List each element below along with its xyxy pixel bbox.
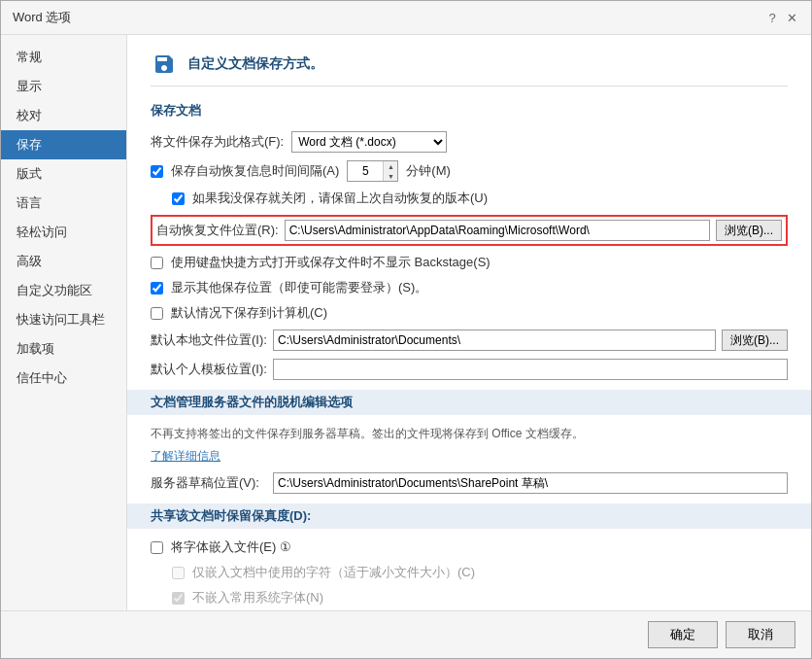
show-other-locations-label: 显示其他保存位置（即使可能需要登录）(S)。 [171,279,427,296]
default-local-label: 默认本地文件位置(I): [151,331,267,349]
title-bar: Word 选项 ? ✕ [1,1,811,35]
share-section-title: 共享该文档时保留保真度(D): [151,508,311,523]
sidebar-item-language[interactable]: 语言 [1,189,126,218]
embed-chars-checkbox[interactable] [172,567,185,579]
keep-version-label: 如果我没保存就关闭，请保留上次自动恢复的版本(U) [192,190,488,207]
title-bar-controls: ? ✕ [764,10,799,25]
server-section-title: 文档管理服务器文件的脱机编辑选项 [151,395,353,409]
keyboard-shortcut-label: 使用键盘快捷方式打开或保存文件时不显示 Backstage(S) [171,254,491,271]
default-template-label: 默认个人模板位置(I): [151,361,267,378]
sidebar-item-save[interactable]: 保存 [1,130,126,159]
sidebar: 常规 显示 校对 保存 版式 语言 轻松访问 高级 自定义功能区 快速访问工具栏… [1,35,127,610]
save-icon [151,51,178,78]
keep-version-row: 如果我没保存就关闭，请保留上次自动恢复的版本(U) [151,190,788,207]
autorecover-spinner: ▲ ▼ [347,160,398,182]
autorecover-location-label: 自动恢复文件位置(R): [156,222,279,239]
keep-version-checkbox[interactable] [172,192,185,205]
show-other-locations-row: 显示其他保存位置（即使可能需要登录）(S)。 [151,279,788,296]
sidebar-item-ribbon[interactable]: 自定义功能区 [1,276,126,305]
autorecover-unit: 分钟(M) [406,162,451,180]
server-info-area: 不再支持将签出的文件保存到服务器草稿。签出的文件现将保存到 Office 文档缓… [151,425,788,472]
default-local-input[interactable] [273,330,716,351]
default-computer-checkbox[interactable] [151,307,163,320]
server-location-label: 服务器草稿位置(V): [151,474,267,492]
dialog-title: Word 选项 [13,9,71,26]
no-common-fonts-row: 不嵌入常用系统字体(N) [151,589,788,607]
browse-btn-1[interactable]: 浏览(B)... [716,220,782,241]
embed-fonts-label: 将字体嵌入文件(E) ① [171,538,291,556]
ok-button[interactable]: 确定 [648,621,718,648]
sidebar-item-addins[interactable]: 加载项 [1,334,126,364]
section-title: 自定义文档保存方式。 [187,55,323,73]
default-local-row: 默认本地文件位置(I): 浏览(B)... [151,330,788,351]
show-other-locations-checkbox[interactable] [151,282,163,295]
default-template-row: 默认个人模板位置(I): [151,359,788,380]
default-computer-row: 默认情况下保存到计算机(C) [151,304,788,322]
spinner-buttons: ▲ ▼ [383,161,397,181]
sidebar-item-accessibility[interactable]: 轻松访问 [1,218,126,247]
section-header: 自定义文档保存方式。 [151,51,788,87]
sidebar-item-trust-center[interactable]: 信任中心 [1,364,126,393]
cancel-button[interactable]: 取消 [726,621,795,648]
subsection-save: 保存文档 [151,102,788,121]
format-row: 将文件保存为此格式(F): Word 文档 (*.docx) [151,131,788,153]
autorecover-location-row: 自动恢复文件位置(R): 浏览(B)... [151,215,788,246]
server-info-text: 不再支持将签出的文件保存到服务器草稿。签出的文件现将保存到 Office 文档缓… [151,425,788,442]
autorecover-row: 保存自动恢复信息时间间隔(A) ▲ ▼ 分钟(M) [151,160,788,182]
autorecover-input[interactable] [348,161,383,181]
no-common-fonts-checkbox[interactable] [172,592,185,605]
embed-fonts-checkbox[interactable] [151,541,163,554]
sidebar-item-advanced[interactable]: 高级 [1,247,126,276]
autorecover-label: 保存自动恢复信息时间间隔(A) [171,162,339,180]
sidebar-item-proofing[interactable]: 校对 [1,101,126,130]
close-button[interactable]: ✕ [784,10,799,25]
sidebar-item-display[interactable]: 显示 [1,72,126,101]
sidebar-item-quick-access[interactable]: 快速访问工具栏 [1,305,126,334]
main-content: 自定义文档保存方式。 保存文档 将文件保存为此格式(F): Word 文档 (*… [127,35,811,610]
embed-fonts-section: 将字体嵌入文件(E) ① 仅嵌入文档中使用的字符（适于减小文件大小）(C) 不嵌… [151,538,788,607]
format-label: 将文件保存为此格式(F): [151,133,284,151]
share-section-header: 共享该文档时保留保真度(D): [127,503,811,529]
server-path-row: 服务器草稿位置(V): [151,472,788,494]
server-section-header: 文档管理服务器文件的脱机编辑选项 [127,390,811,415]
dialog-body: 常规 显示 校对 保存 版式 语言 轻松访问 高级 自定义功能区 快速访问工具栏… [1,35,811,610]
embed-chars-label: 仅嵌入文档中使用的字符（适于减小文件大小）(C) [192,564,475,581]
default-computer-label: 默认情况下保存到计算机(C) [171,304,327,322]
embed-chars-row: 仅嵌入文档中使用的字符（适于减小文件大小）(C) [151,564,788,581]
word-options-dialog: Word 选项 ? ✕ 常规 显示 校对 保存 版式 语言 轻松访问 高级 自定… [0,0,812,659]
autorecover-path-input[interactable] [285,220,710,241]
help-button[interactable]: ? [764,10,780,25]
format-select[interactable]: Word 文档 (*.docx) [291,131,447,153]
sidebar-item-layout[interactable]: 版式 [1,159,126,189]
keyboard-shortcut-checkbox[interactable] [151,257,163,269]
server-path-input[interactable] [273,472,788,494]
browse-btn-2[interactable]: 浏览(B)... [722,330,788,351]
server-link[interactable]: 了解详细信息 [151,448,220,465]
dialog-footer: 确定 取消 [1,610,811,658]
autorecover-checkbox[interactable] [151,165,163,178]
sidebar-item-general[interactable]: 常规 [1,43,126,72]
keyboard-shortcut-row: 使用键盘快捷方式打开或保存文件时不显示 Backstage(S) [151,254,788,271]
no-common-fonts-label: 不嵌入常用系统字体(N) [192,589,323,607]
spin-down[interactable]: ▼ [384,171,397,181]
default-template-input[interactable] [273,359,788,380]
embed-fonts-row: 将字体嵌入文件(E) ① [151,538,788,556]
spin-up[interactable]: ▲ [384,161,397,171]
